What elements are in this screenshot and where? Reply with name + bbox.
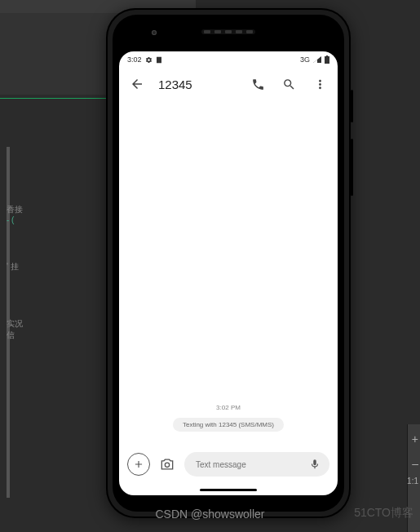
- code-fragment: ' 挂: [7, 261, 19, 273]
- back-button[interactable]: [127, 74, 147, 94]
- voice-input-button[interactable]: [307, 456, 323, 472]
- message-input-container[interactable]: [184, 452, 329, 477]
- compose-bar: [119, 443, 338, 495]
- svg-point-3: [165, 463, 169, 467]
- zoom-reset-button[interactable]: 1:1: [407, 477, 418, 485]
- conversation-app-bar: 12345: [119, 68, 338, 100]
- settings-status-icon: [145, 56, 153, 64]
- signal-icon: [313, 56, 321, 63]
- watermark-csdn: CSDN @showswoller: [155, 508, 264, 521]
- message-timestamp: 3:02 PM: [216, 404, 241, 411]
- camera-button[interactable]: [157, 454, 178, 475]
- search-button[interactable]: [279, 74, 298, 94]
- status-time: 3:02: [127, 55, 142, 64]
- zoom-out-button[interactable]: –: [412, 457, 418, 470]
- svg-rect-0: [157, 56, 161, 63]
- battery-icon: [325, 55, 329, 64]
- watermark-51cto: 51CTO博客: [354, 506, 413, 521]
- code-fragment: - (: [7, 215, 14, 224]
- call-button[interactable]: [248, 74, 267, 94]
- code-fragment: 实况: [7, 318, 23, 330]
- add-attachment-button[interactable]: [127, 453, 150, 476]
- message-input[interactable]: [194, 459, 302, 470]
- more-options-button[interactable]: [310, 74, 329, 94]
- status-bar: 3:02 3G: [119, 51, 338, 68]
- conversation-body: 3:02 PM Texting with 12345 (SMS/MMS): [119, 100, 338, 443]
- svg-rect-2: [326, 55, 328, 56]
- svg-rect-1: [325, 56, 329, 64]
- status-network: 3G: [300, 55, 310, 64]
- code-fragment: 信: [7, 330, 15, 341]
- ide-left-block: [0, 13, 122, 95]
- phone-frame: 3:02 3G: [106, 8, 351, 518]
- front-camera: [152, 30, 157, 35]
- navigation-handle[interactable]: [200, 489, 257, 491]
- app-status-icon: [156, 56, 162, 64]
- earpiece: [201, 29, 255, 34]
- phone-screen: 3:02 3G: [119, 51, 338, 495]
- code-fragment: 香接: [7, 204, 23, 215]
- texting-info-chip: Texting with 12345 (SMS/MMS): [173, 418, 284, 432]
- conversation-title[interactable]: 12345: [158, 78, 237, 91]
- zoom-in-button[interactable]: +: [412, 432, 418, 446]
